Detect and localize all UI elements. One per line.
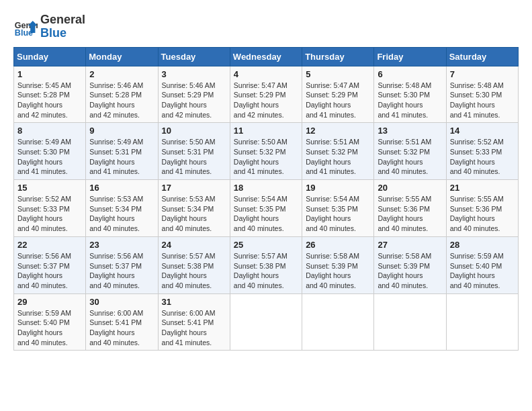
day-info: Sunrise: 5:57 AMSunset: 5:38 PMDaylight … <box>234 251 298 291</box>
day-number: 10 <box>162 126 226 136</box>
day-info: Sunrise: 5:50 AMSunset: 5:32 PMDaylight … <box>234 137 298 177</box>
calendar-cell: 18Sunrise: 5:54 AMSunset: 5:35 PMDayligh… <box>230 180 302 237</box>
calendar-header-saturday: Saturday <box>446 47 518 66</box>
day-number: 30 <box>89 297 154 307</box>
day-number: 3 <box>162 69 226 79</box>
day-number: 7 <box>450 69 515 79</box>
calendar-table: SundayMondayTuesdayWednesdayThursdayFrid… <box>13 47 519 351</box>
calendar-cell <box>446 293 518 351</box>
calendar-cell <box>374 293 446 351</box>
calendar-cell <box>230 293 302 351</box>
day-number: 15 <box>17 183 82 193</box>
calendar-cell: 25Sunrise: 5:57 AMSunset: 5:38 PMDayligh… <box>230 236 302 293</box>
day-info: Sunrise: 5:59 AMSunset: 5:40 PMDaylight … <box>450 251 515 291</box>
day-number: 9 <box>89 126 154 136</box>
day-number: 5 <box>306 69 370 79</box>
calendar-cell: 10Sunrise: 5:50 AMSunset: 5:31 PMDayligh… <box>158 123 230 180</box>
calendar-cell: 29Sunrise: 5:59 AMSunset: 5:40 PMDayligh… <box>14 293 86 351</box>
day-number: 4 <box>234 69 298 79</box>
calendar-cell: 22Sunrise: 5:56 AMSunset: 5:37 PMDayligh… <box>14 236 86 293</box>
day-info: Sunrise: 5:52 AMSunset: 5:33 PMDaylight … <box>450 137 515 177</box>
day-number: 19 <box>306 183 370 193</box>
day-number: 6 <box>378 69 442 79</box>
day-info: Sunrise: 5:45 AMSunset: 5:28 PMDaylight … <box>17 81 82 120</box>
day-info: Sunrise: 5:53 AMSunset: 5:34 PMDaylight … <box>89 194 154 234</box>
calendar-header-wednesday: Wednesday <box>230 47 302 66</box>
day-number: 24 <box>162 240 226 250</box>
calendar-cell: 27Sunrise: 5:58 AMSunset: 5:39 PMDayligh… <box>374 236 446 293</box>
calendar-cell: 13Sunrise: 5:51 AMSunset: 5:32 PMDayligh… <box>374 123 446 180</box>
day-number: 31 <box>162 297 226 307</box>
day-number: 2 <box>89 69 154 79</box>
calendar-cell: 23Sunrise: 5:56 AMSunset: 5:37 PMDayligh… <box>86 236 158 293</box>
day-info: Sunrise: 5:51 AMSunset: 5:32 PMDaylight … <box>378 137 442 177</box>
calendar-cell: 1Sunrise: 5:45 AMSunset: 5:28 PMDaylight… <box>14 66 86 123</box>
page-header: General Blue General Blue <box>13 13 519 40</box>
calendar-week-4: 22Sunrise: 5:56 AMSunset: 5:37 PMDayligh… <box>14 236 519 293</box>
day-info: Sunrise: 6:00 AMSunset: 5:41 PMDaylight … <box>162 308 226 348</box>
day-number: 12 <box>306 126 370 136</box>
calendar-cell: 31Sunrise: 6:00 AMSunset: 5:41 PMDayligh… <box>158 293 230 351</box>
calendar-body: 1Sunrise: 5:45 AMSunset: 5:28 PMDaylight… <box>14 66 519 351</box>
day-info: Sunrise: 5:52 AMSunset: 5:33 PMDaylight … <box>17 194 82 234</box>
day-number: 22 <box>17 240 82 250</box>
day-info: Sunrise: 5:58 AMSunset: 5:39 PMDaylight … <box>306 251 370 291</box>
calendar-cell: 12Sunrise: 5:51 AMSunset: 5:32 PMDayligh… <box>302 123 374 180</box>
day-info: Sunrise: 5:48 AMSunset: 5:30 PMDaylight … <box>450 81 515 120</box>
calendar-cell: 6Sunrise: 5:48 AMSunset: 5:30 PMDaylight… <box>374 66 446 123</box>
day-number: 18 <box>234 183 298 193</box>
calendar-cell: 2Sunrise: 5:46 AMSunset: 5:28 PMDaylight… <box>86 66 158 123</box>
day-info: Sunrise: 5:54 AMSunset: 5:35 PMDaylight … <box>234 194 298 234</box>
day-info: Sunrise: 5:55 AMSunset: 5:36 PMDaylight … <box>450 194 515 234</box>
calendar-cell: 17Sunrise: 5:53 AMSunset: 5:34 PMDayligh… <box>158 180 230 237</box>
calendar-header-sunday: Sunday <box>14 47 86 66</box>
calendar-cell: 24Sunrise: 5:57 AMSunset: 5:38 PMDayligh… <box>158 236 230 293</box>
day-number: 17 <box>162 183 226 193</box>
calendar-cell: 5Sunrise: 5:47 AMSunset: 5:29 PMDaylight… <box>302 66 374 123</box>
day-info: Sunrise: 5:53 AMSunset: 5:34 PMDaylight … <box>162 194 226 234</box>
logo-text: General Blue <box>40 13 85 40</box>
day-info: Sunrise: 5:48 AMSunset: 5:30 PMDaylight … <box>378 81 442 120</box>
day-info: Sunrise: 5:46 AMSunset: 5:29 PMDaylight … <box>162 81 226 120</box>
day-number: 21 <box>450 183 515 193</box>
calendar-cell: 19Sunrise: 5:54 AMSunset: 5:35 PMDayligh… <box>302 180 374 237</box>
calendar-cell: 14Sunrise: 5:52 AMSunset: 5:33 PMDayligh… <box>446 123 518 180</box>
calendar-week-2: 8Sunrise: 5:49 AMSunset: 5:30 PMDaylight… <box>14 123 519 180</box>
day-number: 16 <box>89 183 154 193</box>
calendar-cell: 28Sunrise: 5:59 AMSunset: 5:40 PMDayligh… <box>446 236 518 293</box>
calendar-cell: 4Sunrise: 5:47 AMSunset: 5:29 PMDaylight… <box>230 66 302 123</box>
day-number: 26 <box>306 240 370 250</box>
calendar-cell: 30Sunrise: 6:00 AMSunset: 5:41 PMDayligh… <box>86 293 158 351</box>
day-info: Sunrise: 5:54 AMSunset: 5:35 PMDaylight … <box>306 194 370 234</box>
calendar-header-row: SundayMondayTuesdayWednesdayThursdayFrid… <box>14 47 519 66</box>
day-number: 28 <box>450 240 515 250</box>
day-info: Sunrise: 5:55 AMSunset: 5:36 PMDaylight … <box>378 194 442 234</box>
day-info: Sunrise: 5:49 AMSunset: 5:31 PMDaylight … <box>89 137 154 177</box>
calendar-header-thursday: Thursday <box>302 47 374 66</box>
day-info: Sunrise: 5:57 AMSunset: 5:38 PMDaylight … <box>162 251 226 291</box>
calendar-cell: 20Sunrise: 5:55 AMSunset: 5:36 PMDayligh… <box>374 180 446 237</box>
day-number: 29 <box>17 297 82 307</box>
svg-text:Blue: Blue <box>15 28 33 37</box>
calendar-cell <box>302 293 374 351</box>
calendar-cell: 11Sunrise: 5:50 AMSunset: 5:32 PMDayligh… <box>230 123 302 180</box>
day-number: 23 <box>89 240 154 250</box>
day-info: Sunrise: 5:58 AMSunset: 5:39 PMDaylight … <box>378 251 442 291</box>
calendar-cell: 8Sunrise: 5:49 AMSunset: 5:30 PMDaylight… <box>14 123 86 180</box>
calendar-cell: 16Sunrise: 5:53 AMSunset: 5:34 PMDayligh… <box>86 180 158 237</box>
day-info: Sunrise: 5:46 AMSunset: 5:28 PMDaylight … <box>89 81 154 120</box>
logo: General Blue General Blue <box>13 13 85 40</box>
day-number: 27 <box>378 240 442 250</box>
calendar-cell: 26Sunrise: 5:58 AMSunset: 5:39 PMDayligh… <box>302 236 374 293</box>
calendar-cell: 9Sunrise: 5:49 AMSunset: 5:31 PMDaylight… <box>86 123 158 180</box>
logo-icon: General Blue <box>13 15 38 39</box>
calendar-cell: 21Sunrise: 5:55 AMSunset: 5:36 PMDayligh… <box>446 180 518 237</box>
day-number: 11 <box>234 126 298 136</box>
calendar-header-tuesday: Tuesday <box>158 47 230 66</box>
day-info: Sunrise: 5:56 AMSunset: 5:37 PMDaylight … <box>17 251 82 291</box>
calendar-week-5: 29Sunrise: 5:59 AMSunset: 5:40 PMDayligh… <box>14 293 519 351</box>
day-number: 14 <box>450 126 515 136</box>
calendar-header-friday: Friday <box>374 47 446 66</box>
day-number: 1 <box>17 69 82 79</box>
day-info: Sunrise: 6:00 AMSunset: 5:41 PMDaylight … <box>89 308 154 348</box>
